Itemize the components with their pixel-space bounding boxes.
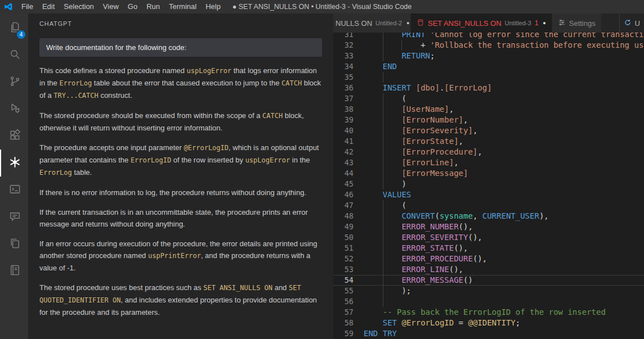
code-text: PRINT 'Cannot log error since the curren…	[364, 33, 644, 40]
sidebar-item-run-debug[interactable]	[0, 96, 28, 123]
line-number[interactable]: 59	[333, 328, 354, 339]
code-line[interactable]: 34 END	[333, 61, 644, 72]
tab-label: U	[635, 19, 640, 28]
sidebar-item-notebook[interactable]	[0, 257, 28, 284]
code-line[interactable]: 47 (	[333, 200, 644, 211]
tab-bar-spacer	[602, 13, 619, 33]
line-number[interactable]: 37	[333, 93, 354, 104]
menu-go[interactable]: Go	[123, 0, 142, 13]
code-line[interactable]: 56	[333, 296, 644, 307]
sidebar-item-chat[interactable]	[0, 204, 28, 230]
sidebar-item-terminal[interactable]	[0, 177, 28, 204]
line-number[interactable]: 55	[333, 286, 354, 296]
code-line[interactable]: 45 )	[333, 179, 644, 189]
menu-file[interactable]: File	[17, 0, 38, 13]
code-line[interactable]: 46 VALUES	[333, 189, 644, 200]
code-line[interactable]: 49 ERROR_NUMBER(),	[333, 222, 644, 232]
code-line[interactable]: 32 + 'Rollback the transaction before ex…	[333, 40, 644, 51]
sidebar-item-copies[interactable]	[0, 230, 28, 257]
menu-run[interactable]: Run	[142, 0, 164, 13]
line-number[interactable]: 33	[333, 51, 354, 61]
code-line[interactable]: 51 ERROR_STATE(),	[333, 243, 644, 254]
code-line[interactable]: 37 (	[333, 93, 644, 104]
code-text: INSERT [dbo].[ErrorLog]	[364, 83, 644, 93]
code-line[interactable]: 41 [ErrorState],	[333, 136, 644, 147]
line-number[interactable]: 36	[333, 83, 354, 93]
line-number[interactable]: 47	[333, 200, 354, 211]
code-line[interactable]: 52 ERROR_PROCEDURE(),	[333, 254, 644, 264]
code-line[interactable]: 40 [ErrorSeverity],	[333, 125, 644, 136]
code-line[interactable]: 58 SET @ErrorLogID = @@IDENTITY;	[333, 318, 644, 328]
sidebar-item-source-control[interactable]	[0, 69, 28, 96]
sidebar-item-explorer[interactable]: 4	[0, 15, 28, 42]
code-line[interactable]: 44 [ErrorMessage]	[333, 168, 644, 179]
code-line[interactable]: 43 [ErrorLine],	[333, 157, 644, 168]
code-line[interactable]: 57 -- Pass back the ErrorLogID of the ro…	[333, 307, 644, 318]
line-number[interactable]: 58	[333, 318, 354, 328]
code-line[interactable]: 38 [UserName],	[333, 104, 644, 115]
menu-selection[interactable]: Selection	[59, 0, 98, 13]
line-number[interactable]: 32	[333, 40, 354, 51]
code-line[interactable]: 59END TRY	[333, 328, 644, 339]
tab-untitled-2[interactable]: NULLS ON Untitled-2 ●	[333, 13, 411, 33]
chat-icon	[8, 210, 21, 225]
code-line[interactable]: 55 );	[333, 286, 644, 296]
code-line[interactable]: 42 [ErrorProcedure],	[333, 147, 644, 157]
indent-guide	[383, 147, 383, 157]
menu-edit[interactable]: Edit	[38, 0, 59, 13]
line-number[interactable]: 31	[333, 33, 354, 40]
tab-untitled-3[interactable]: SET ANSI_NULLS ON Untitled-3 1 ●	[411, 13, 552, 33]
line-number[interactable]: 52	[333, 254, 354, 264]
tab-settings[interactable]: Settings	[552, 13, 602, 33]
sidebar-item-chatgpt[interactable]	[0, 150, 28, 177]
sidebar-item-search[interactable]	[0, 42, 28, 69]
code-line[interactable]: 39 [ErrorNumber],	[333, 115, 644, 125]
line-number[interactable]: 56	[333, 296, 354, 307]
line-number[interactable]: 49	[333, 222, 354, 232]
menu-view[interactable]: View	[99, 0, 123, 13]
editor-group: NULLS ON Untitled-2 ● SET ANSI_NULLS ON …	[333, 13, 644, 339]
code-line[interactable]: 48 CONVERT(sysname, CURRENT_USER),	[333, 211, 644, 222]
line-number[interactable]: 41	[333, 136, 354, 147]
code-line[interactable]: 50 ERROR_SEVERITY(),	[333, 232, 644, 243]
tab-partial-right[interactable]: U	[619, 13, 644, 33]
line-number[interactable]: 43	[333, 157, 354, 168]
line-number[interactable]: 51	[333, 243, 354, 254]
code-line[interactable]: 36 INSERT [dbo].[ErrorLog]	[333, 83, 644, 93]
inline-code: uspLogError	[187, 67, 231, 75]
inline-code: CATCH	[262, 112, 283, 120]
prompt-message: Write documentation for the following co…	[39, 38, 322, 57]
search-icon	[8, 48, 21, 63]
indent-guide	[383, 51, 383, 61]
indent-guide	[383, 72, 383, 83]
line-number[interactable]: 46	[333, 189, 354, 200]
code-line[interactable]: 54 ERROR_MESSAGE()	[333, 275, 644, 286]
indent-guide	[383, 179, 383, 189]
indent-guide	[383, 286, 383, 296]
code-editor[interactable]: 31 PRINT 'Cannot log error since the cur…	[333, 33, 644, 339]
line-number[interactable]: 57	[333, 307, 354, 318]
code-line[interactable]: 35	[333, 72, 644, 83]
code-line[interactable]: 31 PRINT 'Cannot log error since the cur…	[333, 33, 644, 40]
line-number[interactable]: 42	[333, 147, 354, 157]
code-line[interactable]: 33 RETURN;	[333, 51, 644, 61]
line-number[interactable]: 53	[333, 264, 354, 275]
line-number[interactable]: 48	[333, 211, 354, 222]
line-number[interactable]: 39	[333, 115, 354, 125]
tab-label: SET ANSI_NULLS ON	[428, 19, 502, 28]
indent-guide	[383, 211, 383, 222]
line-number[interactable]: 44	[333, 168, 354, 179]
menu-help[interactable]: Help	[201, 0, 225, 13]
line-number[interactable]: 35	[333, 72, 354, 83]
sidebar-item-extensions[interactable]	[0, 123, 28, 150]
code-line[interactable]: 53 ERROR_LINE(),	[333, 264, 644, 275]
line-number[interactable]: 50	[333, 232, 354, 243]
inline-code: uspLogError	[245, 156, 290, 164]
line-number[interactable]: 54	[333, 275, 354, 286]
menu-terminal[interactable]: Terminal	[164, 0, 201, 13]
line-number[interactable]: 34	[333, 61, 354, 72]
line-number[interactable]: 38	[333, 104, 354, 115]
line-number[interactable]: 40	[333, 125, 354, 136]
title-bar: FileEditSelectionViewGoRunTerminalHelp ●…	[0, 0, 644, 13]
line-number[interactable]: 45	[333, 179, 354, 189]
